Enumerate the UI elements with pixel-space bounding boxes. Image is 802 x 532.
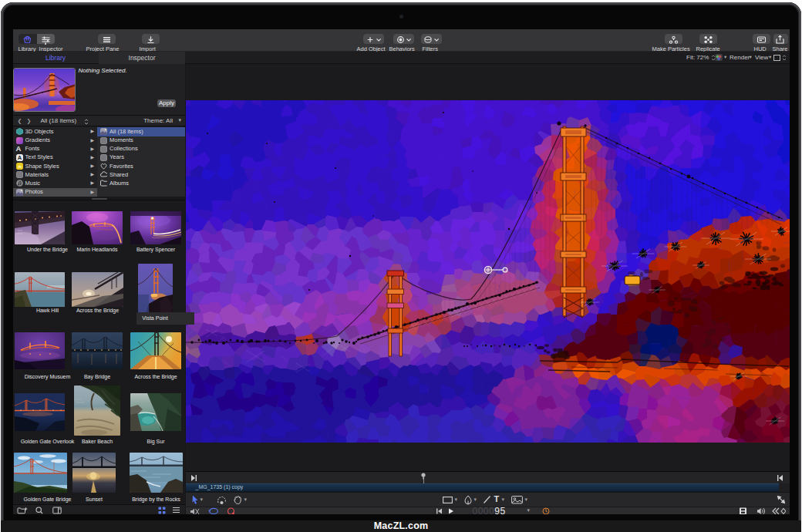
svg-text:A: A — [17, 154, 22, 161]
